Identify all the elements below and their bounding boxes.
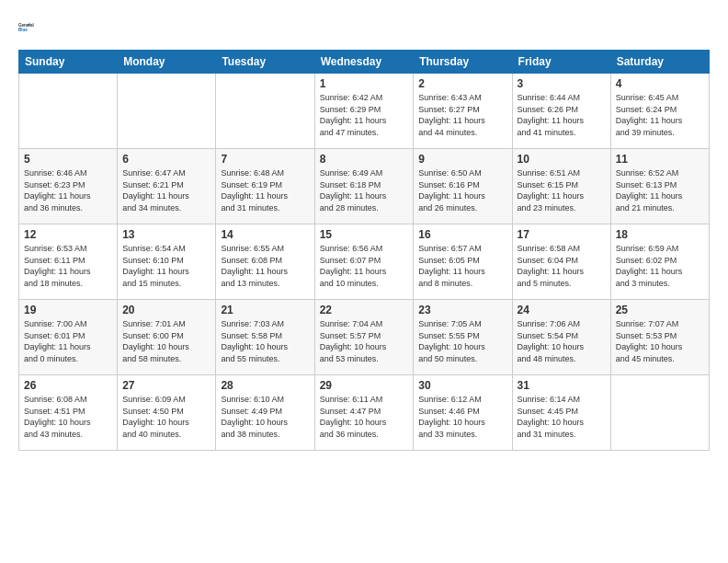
day-info: Sunrise: 7:03 AM Sunset: 5:58 PM Dayligh…	[221, 318, 309, 364]
calendar-cell: 30Sunrise: 6:12 AM Sunset: 4:46 PM Dayli…	[414, 375, 512, 451]
day-number: 5	[24, 153, 112, 166]
calendar-cell: 8Sunrise: 6:49 AM Sunset: 6:18 PM Daylig…	[314, 149, 414, 224]
header: General Blue	[18, 15, 710, 40]
day-number: 8	[320, 153, 409, 166]
day-number: 26	[24, 379, 112, 392]
day-info: Sunrise: 6:46 AM Sunset: 6:23 PM Dayligh…	[24, 167, 112, 213]
logo-icon: General Blue	[18, 15, 44, 40]
day-info: Sunrise: 7:04 AM Sunset: 5:57 PM Dayligh…	[320, 318, 409, 364]
day-info: Sunrise: 6:51 AM Sunset: 6:15 PM Dayligh…	[518, 167, 606, 213]
calendar-cell: 26Sunrise: 6:08 AM Sunset: 4:51 PM Dayli…	[19, 375, 118, 451]
day-info: Sunrise: 6:08 AM Sunset: 4:51 PM Dayligh…	[24, 394, 112, 440]
day-number: 31	[518, 379, 606, 392]
day-number: 11	[616, 153, 704, 166]
day-info: Sunrise: 6:48 AM Sunset: 6:19 PM Dayligh…	[221, 167, 309, 213]
calendar-cell: 11Sunrise: 6:52 AM Sunset: 6:13 PM Dayli…	[610, 149, 709, 224]
day-info: Sunrise: 6:52 AM Sunset: 6:13 PM Dayligh…	[616, 167, 704, 213]
calendar-cell: 15Sunrise: 6:56 AM Sunset: 6:07 PM Dayli…	[314, 224, 414, 300]
day-number: 24	[518, 304, 606, 316]
calendar-cell: 12Sunrise: 6:53 AM Sunset: 6:11 PM Dayli…	[19, 224, 118, 300]
svg-text:Blue: Blue	[18, 28, 28, 32]
day-number: 2	[418, 77, 506, 90]
calendar-cell: 6Sunrise: 6:47 AM Sunset: 6:21 PM Daylig…	[118, 149, 216, 224]
weekday-header: Sunday	[19, 51, 118, 74]
weekday-header: Friday	[512, 51, 610, 74]
calendar-cell: 31Sunrise: 6:14 AM Sunset: 4:45 PM Dayli…	[512, 375, 610, 451]
day-number: 29	[320, 379, 409, 392]
day-number: 15	[320, 228, 409, 241]
calendar-cell: 16Sunrise: 6:57 AM Sunset: 6:05 PM Dayli…	[414, 224, 512, 300]
calendar-cell: 14Sunrise: 6:55 AM Sunset: 6:08 PM Dayli…	[216, 224, 314, 300]
svg-text:General: General	[18, 23, 34, 28]
day-number: 22	[320, 304, 409, 316]
calendar-cell: 1Sunrise: 6:42 AM Sunset: 6:29 PM Daylig…	[314, 74, 414, 149]
day-number: 18	[616, 228, 704, 241]
day-info: Sunrise: 7:07 AM Sunset: 5:53 PM Dayligh…	[616, 318, 704, 364]
day-info: Sunrise: 6:47 AM Sunset: 6:21 PM Dayligh…	[122, 167, 210, 213]
calendar-cell: 24Sunrise: 7:06 AM Sunset: 5:54 PM Dayli…	[512, 300, 610, 375]
day-number: 6	[122, 153, 210, 166]
calendar-cell	[118, 74, 216, 149]
calendar-cell: 17Sunrise: 6:58 AM Sunset: 6:04 PM Dayli…	[512, 224, 610, 300]
day-number: 3	[518, 77, 606, 90]
calendar: SundayMondayTuesdayWednesdayThursdayFrid…	[18, 50, 710, 451]
day-info: Sunrise: 6:42 AM Sunset: 6:29 PM Dayligh…	[320, 92, 409, 138]
calendar-week-row: 5Sunrise: 6:46 AM Sunset: 6:23 PM Daylig…	[19, 149, 710, 224]
day-info: Sunrise: 7:05 AM Sunset: 5:55 PM Dayligh…	[418, 318, 506, 364]
logo: General Blue	[18, 15, 44, 40]
day-info: Sunrise: 6:56 AM Sunset: 6:07 PM Dayligh…	[320, 243, 409, 289]
day-number: 16	[418, 228, 506, 241]
calendar-week-row: 1Sunrise: 6:42 AM Sunset: 6:29 PM Daylig…	[19, 74, 710, 149]
day-number: 23	[418, 304, 506, 316]
calendar-cell: 23Sunrise: 7:05 AM Sunset: 5:55 PM Dayli…	[414, 300, 512, 375]
day-info: Sunrise: 6:11 AM Sunset: 4:47 PM Dayligh…	[320, 394, 409, 440]
calendar-cell: 4Sunrise: 6:45 AM Sunset: 6:24 PM Daylig…	[610, 74, 709, 149]
day-info: Sunrise: 6:43 AM Sunset: 6:27 PM Dayligh…	[418, 92, 506, 138]
day-number: 7	[221, 153, 309, 166]
weekday-header: Thursday	[414, 51, 512, 74]
day-info: Sunrise: 6:58 AM Sunset: 6:04 PM Dayligh…	[518, 243, 606, 289]
calendar-cell	[216, 74, 314, 149]
day-number: 17	[518, 228, 606, 241]
calendar-week-row: 26Sunrise: 6:08 AM Sunset: 4:51 PM Dayli…	[19, 375, 710, 451]
day-number: 25	[616, 304, 704, 316]
calendar-cell: 29Sunrise: 6:11 AM Sunset: 4:47 PM Dayli…	[314, 375, 414, 451]
calendar-cell: 27Sunrise: 6:09 AM Sunset: 4:50 PM Dayli…	[118, 375, 216, 451]
calendar-cell	[19, 74, 118, 149]
day-number: 27	[122, 379, 210, 392]
calendar-cell: 22Sunrise: 7:04 AM Sunset: 5:57 PM Dayli…	[314, 300, 414, 375]
weekday-header: Monday	[118, 51, 216, 74]
calendar-cell: 20Sunrise: 7:01 AM Sunset: 6:00 PM Dayli…	[118, 300, 216, 375]
calendar-cell: 25Sunrise: 7:07 AM Sunset: 5:53 PM Dayli…	[610, 300, 709, 375]
calendar-cell: 2Sunrise: 6:43 AM Sunset: 6:27 PM Daylig…	[414, 74, 512, 149]
calendar-cell: 19Sunrise: 7:00 AM Sunset: 6:01 PM Dayli…	[19, 300, 118, 375]
day-number: 9	[418, 153, 506, 166]
day-info: Sunrise: 6:45 AM Sunset: 6:24 PM Dayligh…	[616, 92, 704, 138]
day-number: 4	[616, 77, 704, 90]
day-number: 1	[320, 77, 409, 90]
day-number: 30	[418, 379, 506, 392]
calendar-cell: 28Sunrise: 6:10 AM Sunset: 4:49 PM Dayli…	[216, 375, 314, 451]
calendar-cell: 3Sunrise: 6:44 AM Sunset: 6:26 PM Daylig…	[512, 74, 610, 149]
weekday-header: Wednesday	[314, 51, 414, 74]
calendar-week-row: 12Sunrise: 6:53 AM Sunset: 6:11 PM Dayli…	[19, 224, 710, 300]
day-number: 28	[221, 379, 309, 392]
day-info: Sunrise: 6:54 AM Sunset: 6:10 PM Dayligh…	[122, 243, 210, 289]
calendar-cell: 18Sunrise: 6:59 AM Sunset: 6:02 PM Dayli…	[610, 224, 709, 300]
day-info: Sunrise: 6:44 AM Sunset: 6:26 PM Dayligh…	[518, 92, 606, 138]
calendar-cell: 5Sunrise: 6:46 AM Sunset: 6:23 PM Daylig…	[19, 149, 118, 224]
page: General Blue SundayMondayTuesdayWednesda…	[0, 0, 728, 563]
calendar-cell: 9Sunrise: 6:50 AM Sunset: 6:16 PM Daylig…	[414, 149, 512, 224]
day-number: 14	[221, 228, 309, 241]
day-number: 20	[122, 304, 210, 316]
day-info: Sunrise: 7:01 AM Sunset: 6:00 PM Dayligh…	[122, 318, 210, 364]
day-number: 12	[24, 228, 112, 241]
day-info: Sunrise: 6:14 AM Sunset: 4:45 PM Dayligh…	[518, 394, 606, 440]
day-info: Sunrise: 6:53 AM Sunset: 6:11 PM Dayligh…	[24, 243, 112, 289]
calendar-header-row: SundayMondayTuesdayWednesdayThursdayFrid…	[19, 51, 710, 74]
calendar-cell: 13Sunrise: 6:54 AM Sunset: 6:10 PM Dayli…	[118, 224, 216, 300]
day-info: Sunrise: 7:06 AM Sunset: 5:54 PM Dayligh…	[518, 318, 606, 364]
day-number: 19	[24, 304, 112, 316]
day-info: Sunrise: 7:00 AM Sunset: 6:01 PM Dayligh…	[24, 318, 112, 364]
day-number: 21	[221, 304, 309, 316]
